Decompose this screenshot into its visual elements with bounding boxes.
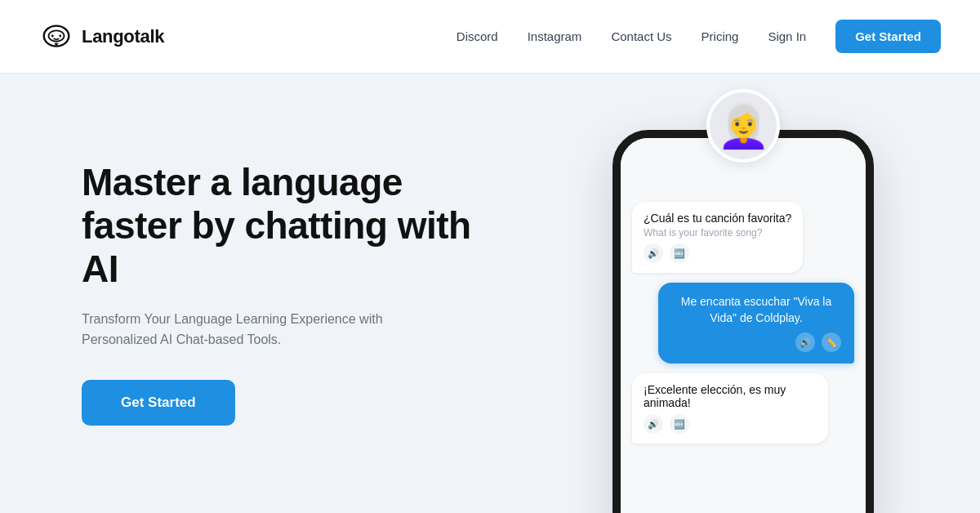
avatar: 👩‍🦳 (706, 89, 780, 163)
chat-message-3-icons: 🔊 🔤 (644, 414, 817, 434)
audio-icon-3[interactable]: 🔊 (644, 414, 663, 434)
logo-text: Langotalk (82, 26, 164, 47)
svg-point-3 (51, 34, 54, 37)
nav-discord[interactable]: Discord (457, 29, 498, 43)
chat-message-1-main: ¿Cuál es tu canción favorita? (644, 212, 791, 225)
audio-icon-sent[interactable]: 🔊 (795, 332, 815, 352)
navbar: Langotalk Discord Instagram Contact Us P… (0, 0, 980, 74)
main-content: Master a language faster by chatting wit… (0, 74, 980, 513)
hero-section: Master a language faster by chatting wit… (82, 161, 474, 426)
nav-pricing[interactable]: Pricing (702, 29, 739, 43)
chat-area: ¿Cuál es tu canción favorita? What is yo… (621, 138, 866, 513)
nav-links: Discord Instagram Contact Us Pricing Sig… (457, 20, 941, 53)
chat-message-3-main: ¡Excelente elección, es muy animada! (644, 383, 817, 409)
hero-title: Master a language faster by chatting wit… (82, 161, 474, 291)
hero-subtitle: Transform Your Language Learning Experie… (82, 309, 408, 350)
phone-mockup-area: 👩‍🦳 ¿Cuál es tu canción favorita? What i… (572, 81, 915, 506)
svg-point-4 (59, 34, 61, 37)
chat-message-3: ¡Excelente elección, es muy animada! 🔊 🔤 (632, 373, 828, 444)
nav-instagram[interactable]: Instagram (528, 29, 582, 43)
translate-icon[interactable]: 🔤 (670, 243, 689, 263)
chat-message-1: ¿Cuál es tu canción favorita? What is yo… (632, 202, 803, 273)
logo-icon (39, 20, 74, 54)
translate-icon-3[interactable]: 🔤 (670, 414, 689, 434)
chat-message-1-icons: 🔊 🔤 (644, 243, 791, 263)
chat-message-1-sub: What is your favorite song? (644, 227, 791, 239)
chat-message-2-text: Me encanta escuchar "Viva la Vida" de Co… (671, 294, 841, 326)
edit-icon-sent[interactable]: ✏️ (822, 332, 841, 352)
nav-contact-us[interactable]: Contact Us (611, 29, 671, 43)
chat-message-2-icons: 🔊 ✏️ (671, 332, 841, 352)
logo[interactable]: Langotalk (39, 20, 164, 54)
avatar-emoji: 👩‍🦳 (717, 105, 770, 147)
hero-get-started-button[interactable]: Get Started (82, 380, 235, 426)
audio-icon[interactable]: 🔊 (644, 243, 663, 263)
nav-get-started-button[interactable]: Get Started (835, 20, 941, 53)
phone-wrapper: 👩‍🦳 ¿Cuál es tu canción favorita? What i… (604, 114, 882, 513)
phone-frame: ¿Cuál es tu canción favorita? What is yo… (612, 130, 874, 513)
chat-message-2: Me encanta escuchar "Viva la Vida" de Co… (658, 283, 854, 364)
nav-sign-in[interactable]: Sign In (768, 29, 806, 43)
